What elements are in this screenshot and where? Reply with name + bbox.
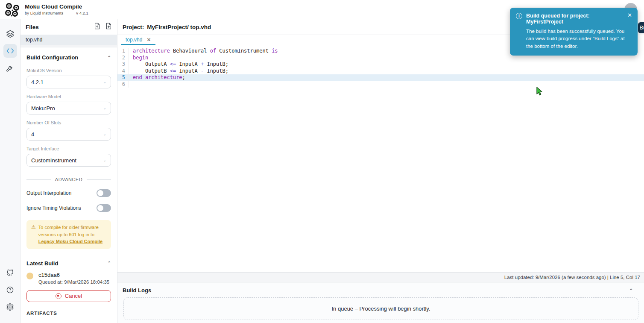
chevron-down-icon: ⌄ (103, 80, 106, 84)
build-button-label: Build (640, 25, 644, 31)
build-logs-panel: Build Logs ⌃ In queue – Processing will … (117, 282, 644, 323)
file-item-top-vhd[interactable]: top.vhd (20, 35, 117, 45)
line-number: 2 (117, 55, 129, 62)
toast-notification: i Build queued for project: MyFirstProje… (510, 8, 638, 56)
toggle-label: Ignore Timing Violations (26, 205, 81, 211)
build-hash: c15daa6 (38, 272, 109, 278)
warning-icon: ⚠ (31, 224, 36, 245)
config-fields: MokuOS Version4.2.1⌄Hardware ModelMoku:P… (20, 62, 117, 167)
project-label: Project: (123, 24, 144, 30)
code-text: architecture Behavioural of CustomInstru… (129, 48, 278, 55)
select-number-of-slots[interactable]: 4⌄ (26, 128, 111, 141)
toggle-switch-output-interpolation[interactable] (97, 189, 111, 197)
editor-column: Project: MyFirstProject/ top.vhd top.vhd… (117, 19, 644, 323)
build-logs-box: In queue – Processing will begin shortly… (123, 297, 638, 320)
side-panel: Files top.vhd Build Configuration ⌃ Moku… (20, 19, 117, 323)
chevron-up-icon[interactable]: ⌃ (108, 261, 111, 265)
code-line-6[interactable]: 6 (117, 81, 644, 88)
info-icon: i (516, 13, 522, 19)
field-label-hardware-model: Hardware Model (26, 94, 111, 99)
select-mokuos-version[interactable]: 4.2.1⌄ (26, 76, 111, 88)
legacy-compile-link[interactable]: Legacy Moku Cloud Compile (38, 239, 102, 244)
code-text: end architecture; (129, 74, 185, 81)
legacy-warning: ⚠ To compile for older firmware versions… (26, 220, 111, 249)
build-button-partial[interactable]: Build (638, 22, 644, 33)
app-version: v 4.2.1 (76, 11, 88, 15)
latest-build-header[interactable]: Latest Build ⌃ (20, 249, 117, 268)
layers-icon[interactable] (3, 27, 17, 41)
settings-icon[interactable] (3, 300, 17, 314)
build-logs-title: Build Logs (123, 287, 151, 294)
code-line-4[interactable]: 4 OutputB <= InputA - InputB; (117, 68, 644, 75)
editor-status-bar: Last updated: 9/Mar/2026 (a few seconds … (117, 272, 644, 282)
app-window: Moku Cloud Compile by Liquid Instruments… (0, 0, 644, 323)
cancel-build-button[interactable]: Cancel (26, 290, 111, 302)
toast-body: The build has been successfully queued. … (526, 28, 632, 50)
field-label-target-interface: Target Interface (26, 146, 111, 151)
toggle-switch-ignore-timing-violations[interactable] (97, 204, 111, 212)
app-byline: by Liquid Instruments (25, 11, 63, 15)
build-queued-at: Queued at: 9/Mar/2026 18:04:35 (38, 279, 109, 285)
icon-rail (0, 19, 20, 323)
app-title-block: Moku Cloud Compile by Liquid Instruments… (25, 3, 88, 15)
latest-build-title: Latest Build (26, 260, 58, 267)
advanced-toggles: Output InterpolationIgnore Timing Violat… (20, 182, 117, 212)
field-label-number-of-slots: Number Of Slots (26, 120, 111, 125)
line-number: 3 (117, 61, 129, 68)
files-header: Files (20, 19, 117, 35)
chevron-up-icon[interactable]: ⌃ (629, 288, 633, 293)
stop-circle-icon (56, 293, 61, 299)
code-text: begin (129, 55, 148, 62)
code-line-5[interactable]: 5end architecture; (117, 74, 644, 81)
cancel-label: Cancel (65, 293, 82, 299)
latest-build-row: c15daa6 Queued at: 9/Mar/2026 18:04:35 (20, 268, 117, 285)
advanced-divider: ADVANCED (26, 177, 111, 182)
select-value: 4.2.1 (31, 79, 44, 85)
code-text (129, 81, 133, 88)
tab-close-icon[interactable]: ✕ (146, 37, 151, 43)
toast-title: Build queued for project: MyFirstProject (526, 13, 624, 25)
toggle-row-output-interpolation: Output Interpolation (26, 189, 111, 197)
select-hardware-model[interactable]: Moku:Pro⌄ (26, 102, 111, 115)
new-file-icon[interactable] (105, 23, 112, 31)
field-label-mokuos-version: MokuOS Version (26, 68, 111, 73)
code-text: OutputB <= InputA - InputB; (129, 68, 228, 75)
github-icon[interactable] (3, 266, 17, 279)
build-config-title: Build Configuration (26, 54, 78, 61)
build-config-header[interactable]: Build Configuration ⌃ (20, 47, 117, 62)
code-editor-icon[interactable] (3, 44, 17, 58)
moku-logo-icon (4, 2, 20, 17)
code-line-2[interactable]: 2begin (117, 55, 644, 62)
chevron-down-icon: ⌄ (103, 132, 106, 136)
wrench-icon[interactable] (3, 61, 17, 75)
select-target-interface[interactable]: CustomInstrument⌄ (26, 154, 111, 167)
code-text: OutputA <= InputA + InputB; (129, 61, 228, 68)
line-number: 4 (117, 68, 129, 75)
chevron-down-icon: ⌄ (103, 158, 106, 162)
artifacts-header: ARTIFACTS (20, 302, 117, 316)
status-text: Last updated: 9/Mar/2026 (a few seconds … (504, 275, 640, 280)
build-logs-message: In queue – Processing will begin shortly… (332, 305, 430, 312)
code-line-3[interactable]: 3 OutputA <= InputA + InputB; (117, 61, 644, 68)
chevron-up-icon[interactable]: ⌃ (108, 56, 111, 60)
tab-top-vhd[interactable]: top.vhd ✕ (121, 35, 155, 45)
line-number: 1 (117, 48, 129, 55)
select-value: Moku:Pro (31, 105, 55, 112)
toggle-row-ignore-timing-violations: Ignore Timing Violations (26, 204, 111, 212)
code-area[interactable]: 1architecture Behavioural of CustomInstr… (117, 45, 644, 272)
tab-label: top.vhd (126, 37, 142, 43)
help-icon[interactable] (3, 283, 17, 297)
upload-file-icon[interactable] (94, 23, 100, 31)
toggle-label: Output Interpolation (26, 190, 71, 196)
line-number: 6 (117, 81, 129, 88)
select-value: CustomInstrument (31, 157, 76, 164)
chevron-down-icon: ⌄ (103, 106, 106, 110)
app-title: Moku Cloud Compile (25, 3, 88, 10)
warning-text: To compile for older firmware versions u… (38, 225, 99, 237)
select-value: 4 (31, 131, 34, 138)
project-path: MyFirstProject/ top.vhd (147, 24, 211, 30)
files-title: Files (26, 24, 39, 30)
toast-close-icon[interactable]: ✕ (627, 12, 632, 18)
advanced-label: ADVANCED (55, 177, 82, 182)
build-status-dot (26, 273, 33, 279)
